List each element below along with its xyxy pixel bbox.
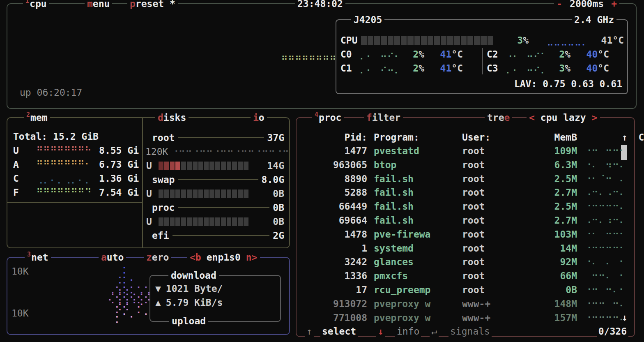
disk-meter-cell bbox=[164, 162, 169, 170]
process-row[interactable]: 771008pveproxy wwww-+157M⠐⠒⠒⠒⠒⠄0.0 bbox=[303, 311, 644, 325]
process-program: pmxcfs bbox=[374, 269, 462, 283]
disk-meter-cell bbox=[187, 189, 192, 198]
disks-toggle-button[interactable]: disks bbox=[155, 111, 189, 125]
header-cpu[interactable]: Cpu% bbox=[632, 130, 644, 144]
header-pid[interactable]: Pid: bbox=[303, 130, 367, 144]
process-row[interactable]: 1477pvestatdroot109M⠐⠒⠀⠒⠒⠂0.0 bbox=[303, 144, 644, 158]
disk-meter-cell bbox=[238, 189, 243, 198]
cpu-total-meter bbox=[361, 36, 493, 45]
mem-total-row: Total:15.2 GiB bbox=[13, 129, 139, 143]
process-cpu-percent: 0.1 bbox=[632, 200, 644, 214]
process-user: root bbox=[462, 242, 511, 256]
interval-increase-button[interactable]: + bbox=[611, 0, 617, 11]
process-row[interactable]: 3242glancesroot92M⠐⠄⠀⠄⠀⠂0.0 bbox=[303, 255, 644, 269]
process-row[interactable]: 69664fail.shroot2.7M⠠⠒⠄⠰⠒⠄0.1 bbox=[303, 214, 644, 228]
tab-mem[interactable]: 2mem bbox=[24, 111, 50, 125]
core-percent-unit: % bbox=[565, 49, 570, 60]
disk-used-label: U bbox=[143, 187, 159, 201]
tab-cpu[interactable]: 1cpu bbox=[23, 0, 49, 11]
process-cpu-percent: 0.0 bbox=[632, 269, 644, 283]
net-zero-button[interactable]: zero bbox=[144, 250, 171, 264]
disk-title-row: efi2G bbox=[143, 229, 289, 243]
cpu-meter-cell bbox=[394, 36, 400, 45]
cpu-meter-cell bbox=[467, 36, 473, 45]
interval-decrease-button[interactable]: - bbox=[557, 0, 562, 11]
filter-button[interactable]: filter bbox=[364, 111, 403, 125]
header-mem[interactable]: MemB bbox=[511, 130, 577, 144]
disks-list: root37G120K⠐⠒⠒⠐⠒⠒⠐⠒⠒⠐⠒⠒⠐⠒⠒⠐⠒U14Gswap8.0G… bbox=[143, 131, 289, 243]
process-user: www-+ bbox=[462, 297, 511, 311]
signals-button[interactable]: signals bbox=[448, 324, 492, 338]
select-down-icon[interactable]: ↓ bbox=[376, 324, 385, 338]
sort-mode-label: cpu lazy bbox=[540, 111, 586, 125]
disk-used-value: 0B bbox=[248, 215, 289, 229]
header-user[interactable]: User: bbox=[462, 130, 511, 144]
disk-used-meter bbox=[159, 189, 248, 198]
disk-io-rate: 120K bbox=[143, 145, 168, 159]
disk-meter-cell bbox=[244, 217, 248, 226]
process-pid: 1477 bbox=[303, 144, 367, 158]
process-row[interactable]: 5288fail.shroot2.7M⠠⠒⠄⠠⠒⠄0.1 bbox=[303, 186, 644, 200]
sort-next-button[interactable]: > bbox=[592, 111, 598, 125]
preset-hotkey: p bbox=[130, 0, 136, 11]
net-scale-top: 10K bbox=[12, 264, 29, 278]
core-usage-graph: ⡀⠄⠀⠤⠔⡀ bbox=[506, 61, 547, 75]
process-row[interactable]: 1478pve-firewaroot103M⠐⠂⠀⠒⠒⠂0.0 bbox=[303, 228, 644, 242]
core-label: C0 bbox=[340, 47, 359, 61]
disk-title-line bbox=[178, 207, 269, 208]
auto-hotkey: a bbox=[101, 250, 107, 264]
process-cpu-percent: 0.0 bbox=[632, 297, 644, 311]
cpu-box-number: 1 bbox=[25, 0, 29, 8]
scroll-up-icon[interactable]: ↑ bbox=[622, 130, 628, 144]
disk-name: swap bbox=[143, 173, 177, 187]
mem-row-key: A bbox=[13, 157, 36, 171]
enter-icon: ↵ bbox=[430, 324, 439, 338]
disk-meter-cell bbox=[175, 189, 180, 198]
tab-net[interactable]: 3net bbox=[25, 250, 51, 264]
cpu-meter-cell bbox=[361, 36, 367, 45]
net-next-button[interactable]: n> bbox=[246, 250, 258, 264]
net-auto-button[interactable]: auto bbox=[99, 250, 126, 264]
process-row[interactable]: 913072pveproxy wwww-+148M⠐⠒⠒⠀⠒⠄0.0 bbox=[303, 297, 644, 311]
menu-button[interactable]: menu bbox=[85, 0, 112, 11]
core-percent-value: 2 bbox=[559, 49, 565, 60]
disk-used-row: U0B bbox=[143, 215, 289, 229]
net-interface-switcher: <benp1s0n> bbox=[187, 250, 260, 264]
process-row[interactable]: 8890fail.shroot2.5M⠐⠂⠈⠒⠀⠄0.2 bbox=[303, 172, 644, 186]
core-percent-unit: % bbox=[419, 49, 424, 60]
process-mem: 92M bbox=[511, 255, 577, 269]
io-mode-button[interactable]: io bbox=[251, 111, 267, 125]
preset-button[interactable]: preset * bbox=[127, 0, 178, 11]
header-program[interactable]: Program: bbox=[374, 130, 462, 144]
disk-meter-cell bbox=[193, 162, 198, 170]
select-button[interactable]: select bbox=[320, 324, 358, 338]
process-cpu-percent: 0.1 bbox=[632, 158, 644, 172]
download-arrow-icon: ▼ bbox=[155, 283, 161, 294]
zero-hotkey: z bbox=[146, 250, 152, 264]
process-row[interactable]: 1systemdroot14M⠐⠒⠒⠒⠒⠂0.0 bbox=[303, 242, 644, 256]
process-row[interactable]: 963065btoproot6.3M⠐⠄⠀⠲⠒⠄0.1 bbox=[303, 158, 644, 172]
process-row[interactable]: 66449fail.shroot2.5M⠐⠒⠒⠒⠒⠄0.1 bbox=[303, 200, 644, 214]
select-up-icon[interactable]: ↑ bbox=[305, 324, 314, 338]
mem-row-graph: ⢀⡀⠄⡀⢀⡀⠄⡀ bbox=[36, 171, 82, 185]
tree-button[interactable]: tree bbox=[485, 111, 512, 125]
disk-meter-cell bbox=[238, 217, 243, 226]
disk-name: root bbox=[143, 131, 177, 145]
tab-proc[interactable]: 4proc bbox=[312, 111, 344, 125]
net-prev-button[interactable]: <b bbox=[190, 250, 201, 264]
cpu-usage-graph: ⠶⠶⠶⠶⠶⠶⠶⠶⠶ bbox=[281, 50, 343, 64]
mem-total-label: Total: bbox=[13, 131, 47, 142]
process-cpu-graph: ⠠⠒⠄⠰⠒⠄ bbox=[584, 214, 632, 228]
info-button[interactable]: info bbox=[395, 324, 421, 338]
process-row[interactable]: 17rcu_preemproot0B⠐⠒⠀⠒⠄⠂0.1 bbox=[303, 283, 644, 297]
disk-meter-cell bbox=[221, 189, 226, 198]
btop-terminal: 1cpu menu preset * 23:48:02 -2000ms+ ⠶⠶⠶… bbox=[0, 0, 644, 342]
disk-meter-cell bbox=[209, 189, 214, 198]
process-row[interactable]: 1336pmxcfsroot66M⠀⠒⠒⠄⠀⠂0.0 bbox=[303, 269, 644, 283]
disk-used-value: 0B bbox=[248, 187, 289, 201]
download-label: download bbox=[168, 268, 219, 282]
mem-row-key: C bbox=[13, 171, 36, 185]
process-user: root bbox=[462, 158, 511, 172]
cpu-core-row: C0⡀⠄⠀⠤⠔⠄2%41°C bbox=[340, 47, 464, 61]
sort-prev-button[interactable]: < bbox=[529, 111, 535, 125]
